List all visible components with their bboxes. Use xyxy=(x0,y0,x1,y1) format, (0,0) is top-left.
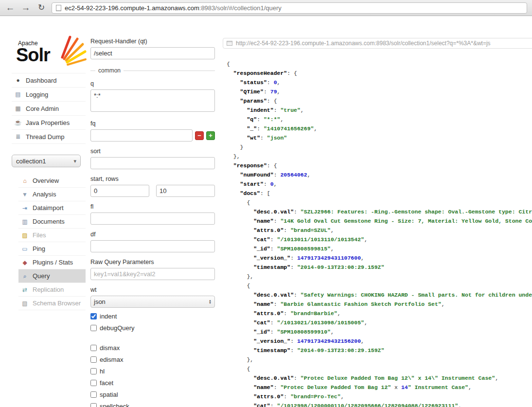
json-line: { xyxy=(227,59,532,69)
json-line: "timestamp": "2014-09-13T23:08:29.159Z" xyxy=(227,263,532,272)
core-menu-item-documents[interactable]: ▥Documents xyxy=(18,215,86,229)
spatial-checkbox[interactable] xyxy=(90,391,97,398)
forward-button[interactable]: → xyxy=(20,2,31,13)
url-path: :8983/solr/#/collection1/query xyxy=(199,4,282,12)
json-line: "response": { xyxy=(227,161,532,170)
request-url-link[interactable]: http://ec2-54-92-223-196.compute-1.amazo… xyxy=(223,38,532,49)
option-debugquery[interactable]: debugQuery xyxy=(90,324,215,332)
menu-item-label: Analysis xyxy=(33,191,56,198)
menu-item-label: Query xyxy=(33,272,50,280)
core-menu-item-plugins-stats[interactable]: ◆Plugins / Stats xyxy=(18,256,86,269)
wt-select[interactable]: json ▲▼ xyxy=(90,296,215,308)
menu-item-label: Ping xyxy=(33,245,45,252)
df-label: df xyxy=(90,231,215,238)
rows-input[interactable] xyxy=(156,185,215,197)
menu-item-label: Logging xyxy=(26,91,48,98)
option-edismax[interactable]: edismax xyxy=(90,356,215,363)
overview-icon: ⌂ xyxy=(21,177,29,184)
logging-icon: ▤ xyxy=(14,91,22,98)
remove-fq-button[interactable]: − xyxy=(195,131,204,140)
option-label: edismax xyxy=(100,356,123,363)
start-rows-label: start, rows xyxy=(90,176,215,182)
option-spatial[interactable]: spatial xyxy=(90,391,215,398)
json-line: }, xyxy=(227,355,532,364)
json-line: "name": "14K Gold Oval Cut Gemstone Ring… xyxy=(227,216,532,226)
hl-checkbox[interactable] xyxy=(90,368,97,374)
option-spellcheck[interactable]: spellcheck xyxy=(90,403,215,407)
json-line: "start": 0, xyxy=(227,179,532,189)
menu-item-label: Java Properties xyxy=(26,119,70,126)
sort-label: sort xyxy=(90,148,215,155)
option-indent[interactable]: indent xyxy=(90,313,215,320)
back-button[interactable]: ← xyxy=(5,2,16,13)
json-line: "QTime": 79, xyxy=(227,87,532,96)
request-handler-input[interactable] xyxy=(90,47,215,59)
start-rows-row xyxy=(90,185,215,197)
url-bar[interactable]: ec2-54-92-223-196.compute-1.amazonaws.co… xyxy=(52,2,527,14)
sidebar-item-java-properties[interactable]: ☕Java Properties xyxy=(12,116,86,130)
option-label: debugQuery xyxy=(100,324,135,332)
sidebar-item-core-admin[interactable]: ▦Core Admin xyxy=(12,102,86,116)
files-icon: ▨ xyxy=(21,232,29,239)
raw-query-params-input[interactable] xyxy=(90,268,215,280)
debugquery-checkbox[interactable] xyxy=(90,325,97,331)
core-menu-item-query[interactable]: ⌕Query xyxy=(18,269,86,283)
json-line: "name": "Barbie Glamtastic Fashion Sketc… xyxy=(227,300,532,309)
thread-dump-icon: ≣ xyxy=(14,133,22,140)
json-line: "desc.0.val": "SZLJ2966: Features: -Ring… xyxy=(227,207,532,216)
json-line: "cat": "/1013021/1013098/1015005", xyxy=(227,318,532,327)
dataimport-icon: ⇥ xyxy=(21,205,29,212)
facet-checkbox[interactable] xyxy=(90,380,97,386)
q-input[interactable]: *:* xyxy=(90,89,215,112)
java-properties-icon: ☕ xyxy=(14,119,22,126)
json-line: "desc.0.val": "Safety Warnings: CHOKING … xyxy=(227,290,532,300)
menu-item-label: Plugins / Stats xyxy=(33,259,73,266)
fq-input[interactable] xyxy=(90,129,193,142)
wt-select-value: json xyxy=(94,298,106,305)
sidebar: Apache Solr ●Dashboard▤Logging▦Core Admi… xyxy=(12,34,86,310)
core-menu-item-replication[interactable]: ⇄Replication xyxy=(18,283,86,297)
solr-logo[interactable]: Apache Solr xyxy=(12,34,86,73)
common-options: indentdebugQuery xyxy=(90,313,215,332)
spellcheck-checkbox[interactable] xyxy=(90,403,97,407)
json-line: "cat": "/1013011/1013110/1013542", xyxy=(227,235,532,244)
df-input[interactable] xyxy=(90,240,215,252)
option-hl[interactable]: hl xyxy=(90,368,215,375)
option-dismax[interactable]: dismax xyxy=(90,344,215,352)
core-menu-item-analysis[interactable]: ▼Analysis xyxy=(18,188,86,201)
json-line: "attrs.0": "brand=SZUL", xyxy=(227,226,532,235)
json-line: "responseHeader": { xyxy=(227,69,532,78)
link-page-icon xyxy=(227,41,232,46)
sidebar-item-dashboard[interactable]: ●Dashboard xyxy=(12,73,86,88)
analysis-icon: ▼ xyxy=(21,191,29,198)
core-menu-item-schema-browser[interactable]: ▧Schema Browser xyxy=(18,297,86,310)
menu-item-label: Dataimport xyxy=(33,204,64,212)
core-menu-item-ping[interactable]: ▭Ping xyxy=(18,242,86,256)
json-line: "status": 0, xyxy=(227,78,532,87)
reload-button[interactable]: ↻ xyxy=(36,2,47,13)
dismax-checkbox[interactable] xyxy=(90,345,97,351)
json-line: "_version_": 1479173429432156200, xyxy=(227,336,532,346)
indent-checkbox[interactable] xyxy=(90,313,97,319)
menu-item-label: Dashboard xyxy=(26,77,57,84)
sort-input[interactable] xyxy=(90,157,215,169)
fl-input[interactable] xyxy=(90,212,215,225)
json-line: "_": "1410741656269", xyxy=(227,124,532,133)
json-line: "numFound": 20564062, xyxy=(227,170,532,179)
core-admin-icon: ▦ xyxy=(14,105,22,112)
add-fq-button[interactable]: + xyxy=(206,131,215,140)
core-menu-item-dataimport[interactable]: ⇥Dataimport xyxy=(18,201,86,215)
raw-query-params-label: Raw Query Parameters xyxy=(90,259,215,265)
main-menu: ●Dashboard▤Logging▦Core Admin☕Java Prope… xyxy=(12,73,86,144)
edismax-checkbox[interactable] xyxy=(90,356,97,363)
json-line: { xyxy=(227,198,532,207)
start-input[interactable] xyxy=(90,185,149,197)
core-menu-item-overview[interactable]: ⌂Overview xyxy=(18,174,86,188)
option-facet[interactable]: facet xyxy=(90,379,215,387)
core-menu-item-files[interactable]: ▨Files xyxy=(18,229,86,242)
core-selector[interactable]: collection1 ▾ xyxy=(12,155,81,167)
replication-icon: ⇄ xyxy=(21,286,29,293)
sidebar-item-thread-dump[interactable]: ≣Thread Dump xyxy=(12,130,86,144)
json-response: { "responseHeader": { "status": 0, "QTim… xyxy=(223,59,532,407)
sidebar-item-logging[interactable]: ▤Logging xyxy=(12,88,86,102)
